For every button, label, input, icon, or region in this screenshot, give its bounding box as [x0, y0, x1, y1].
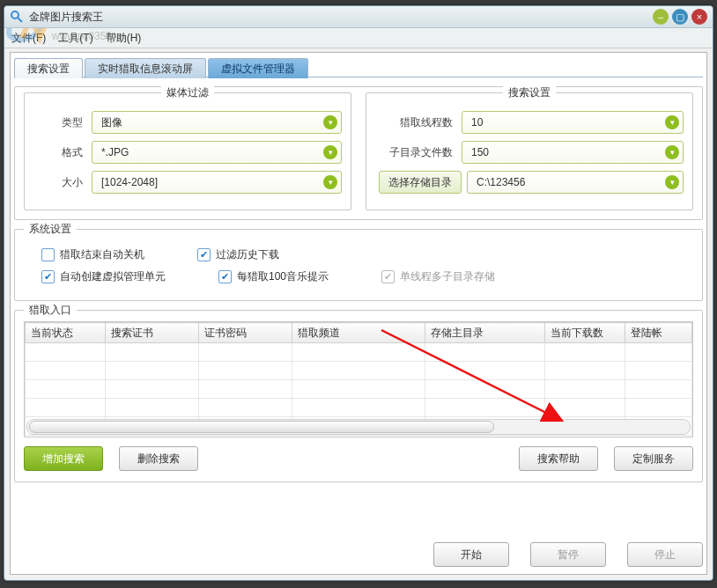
- menu-tools[interactable]: 工具(T): [58, 31, 92, 46]
- group-system-settings: 系统设置 猎取结束自动关机 ✔ 过滤历史下载 ✔: [14, 229, 703, 301]
- start-button[interactable]: 开始: [433, 542, 509, 567]
- checkbox-icon: ✔: [41, 270, 55, 283]
- client-area: 搜索设置 实时猎取信息滚动屏 虚拟文件管理器 媒体过滤 类型: [10, 52, 707, 575]
- choose-dir-button[interactable]: 选择存储目录: [379, 171, 462, 194]
- dropdown-icon[interactable]: ▾: [665, 175, 679, 189]
- legend-system: 系统设置: [24, 222, 77, 237]
- table-row[interactable]: [26, 343, 692, 362]
- field-threads[interactable]: ▾: [462, 111, 684, 134]
- chk-auto-shutdown[interactable]: 猎取结束自动关机: [41, 247, 144, 262]
- label-format: 格式: [33, 145, 92, 160]
- app-window: 河东软件园 www.pc0359.cn 金牌图片搜索王 – ▢ × 文件(F) …: [4, 5, 713, 581]
- tab-realtime-scroll[interactable]: 实时猎取信息滚动屏: [85, 58, 206, 78]
- footer-buttons: 开始 暂停 停止: [14, 542, 703, 567]
- input-threads[interactable]: [469, 115, 665, 129]
- dropdown-icon[interactable]: ▾: [665, 115, 679, 129]
- search-help-button[interactable]: 搜索帮助: [519, 446, 598, 471]
- maximize-button[interactable]: ▢: [672, 9, 688, 25]
- tab-search-settings[interactable]: 搜索设置: [14, 58, 83, 78]
- dropdown-icon[interactable]: ▾: [665, 145, 679, 159]
- input-size[interactable]: [100, 175, 323, 189]
- titlebar: 金牌图片搜索王 – ▢ ×: [4, 6, 713, 28]
- table-row[interactable]: [26, 380, 692, 399]
- label-size: 大小: [33, 175, 92, 190]
- checkbox-icon: [41, 248, 55, 261]
- input-format[interactable]: [100, 145, 323, 159]
- checkbox-icon: ✔: [197, 248, 211, 261]
- legend-entry: 猎取入口: [24, 303, 77, 318]
- col-dl-count[interactable]: 当前下载数: [545, 323, 625, 343]
- input-dir[interactable]: [475, 175, 665, 189]
- legend-search-settings: 搜索设置: [503, 85, 556, 100]
- col-account[interactable]: 登陆帐: [625, 323, 692, 343]
- tab-virtual-file-manager[interactable]: 虚拟文件管理器: [208, 58, 308, 78]
- col-status[interactable]: 当前状态: [26, 323, 106, 343]
- menubar: 文件(F) 工具(T) 帮助(H): [4, 28, 713, 48]
- tab-strip: 搜索设置 实时猎取信息滚动屏 虚拟文件管理器: [14, 56, 703, 77]
- menu-help[interactable]: 帮助(H): [106, 31, 142, 46]
- field-type[interactable]: ▾: [92, 111, 342, 134]
- dropdown-icon[interactable]: ▾: [323, 115, 337, 129]
- pause-button: 暂停: [530, 542, 606, 567]
- checkbox-icon: ✔: [381, 270, 395, 283]
- col-cert[interactable]: 搜索证书: [105, 323, 198, 343]
- chk-auto-create-virtual[interactable]: ✔ 自动创建虚拟管理单元: [41, 269, 166, 284]
- table-row[interactable]: [26, 362, 692, 380]
- minimize-button[interactable]: –: [653, 9, 669, 25]
- chk-every-100-music[interactable]: ✔ 每猎取100音乐提示: [218, 269, 329, 284]
- field-subdir[interactable]: ▾: [462, 141, 684, 164]
- legend-media-filter: 媒体过滤: [161, 85, 214, 100]
- horizontal-scrollbar[interactable]: [26, 419, 691, 435]
- col-channel[interactable]: 猎取频道: [292, 323, 425, 343]
- input-type[interactable]: [100, 115, 323, 129]
- field-size[interactable]: ▾: [92, 171, 342, 194]
- stop-button: 停止: [627, 542, 703, 567]
- label-subdir: 子目录文件数: [375, 145, 462, 160]
- app-icon: [10, 10, 24, 24]
- input-subdir[interactable]: [469, 145, 665, 159]
- checkbox-icon: ✔: [218, 270, 232, 283]
- upper-group: 媒体过滤 类型 ▾ 格式: [14, 86, 703, 220]
- table-row[interactable]: [26, 399, 692, 417]
- window-title: 金牌图片搜索王: [29, 10, 103, 25]
- col-store-dir[interactable]: 存储主目录: [425, 323, 545, 343]
- col-cert-pwd[interactable]: 证书密码: [198, 323, 292, 343]
- chk-single-thread-multidir: ✔ 单线程多子目录存储: [381, 269, 495, 284]
- svg-line-3: [18, 18, 22, 22]
- close-button[interactable]: ×: [691, 9, 707, 25]
- scrollbar-thumb[interactable]: [29, 421, 494, 433]
- menu-file[interactable]: 文件(F): [11, 31, 46, 46]
- label-type: 类型: [33, 115, 92, 130]
- add-search-button[interactable]: 增加搜索: [24, 446, 103, 471]
- group-media-filter: 媒体过滤 类型 ▾ 格式: [24, 92, 351, 210]
- dropdown-icon[interactable]: ▾: [323, 175, 337, 189]
- group-search-settings: 搜索设置 猎取线程数 ▾ 子目录文件数: [366, 92, 693, 210]
- svg-point-2: [11, 11, 18, 18]
- custom-service-button[interactable]: 定制服务: [614, 446, 693, 471]
- delete-search-button[interactable]: 删除搜索: [119, 446, 198, 471]
- chk-filter-history[interactable]: ✔ 过滤历史下载: [197, 247, 279, 262]
- dropdown-icon[interactable]: ▾: [323, 145, 337, 159]
- label-threads: 猎取线程数: [375, 115, 462, 130]
- field-format[interactable]: ▾: [92, 141, 342, 164]
- entry-table-wrap: 当前状态 搜索证书 证书密码 猎取频道 存储主目录 当前下载数 登陆帐: [24, 321, 693, 437]
- field-dir[interactable]: ▾: [467, 171, 684, 194]
- group-entry: 猎取入口 当前状态 搜索证书 证书密码 猎取频道: [14, 310, 703, 482]
